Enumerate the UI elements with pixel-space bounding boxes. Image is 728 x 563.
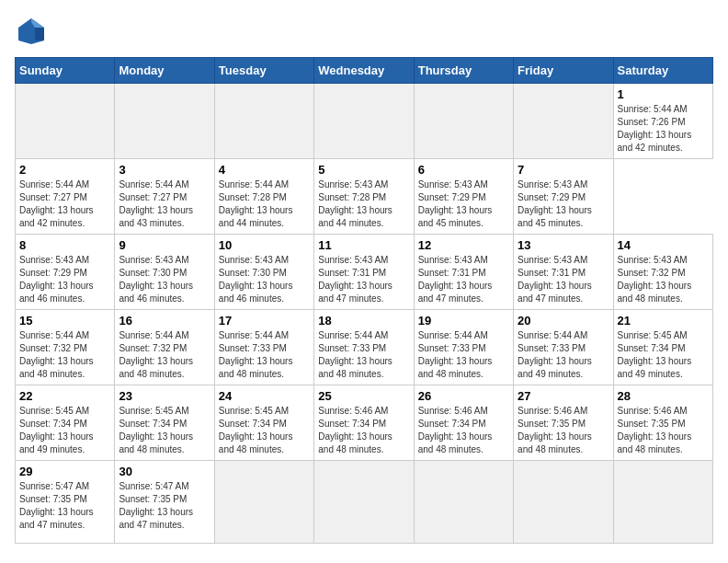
day-info: Sunrise: 5:43 AMSunset: 7:31 PMDaylight:… (418, 254, 509, 305)
day-number: 16 (119, 314, 210, 327)
week-row-3: 8Sunrise: 5:43 AMSunset: 7:29 PMDaylight… (16, 235, 713, 310)
day-cell: 30Sunrise: 5:47 AMSunset: 7:35 PMDayligh… (115, 461, 214, 544)
header-cell-tuesday: Tuesday (214, 58, 313, 84)
day-info: Sunrise: 5:44 AMSunset: 7:33 PMDaylight:… (219, 329, 310, 381)
day-cell: 18Sunrise: 5:44 AMSunset: 7:33 PMDayligh… (314, 310, 414, 385)
header-cell-sunday: Sunday (16, 58, 115, 84)
day-number: 21 (618, 314, 709, 327)
day-number: 17 (219, 314, 310, 327)
day-info: Sunrise: 5:45 AMSunset: 7:34 PMDaylight:… (19, 405, 110, 456)
day-info: Sunrise: 5:44 AMSunset: 7:26 PMDaylight:… (618, 103, 709, 155)
header-cell-saturday: Saturday (613, 58, 712, 84)
day-info: Sunrise: 5:44 AMSunset: 7:33 PMDaylight:… (418, 329, 509, 381)
day-cell: 2Sunrise: 5:44 AMSunset: 7:27 PMDaylight… (16, 159, 115, 235)
day-cell: 12Sunrise: 5:43 AMSunset: 7:31 PMDayligh… (414, 235, 513, 310)
day-number: 6 (418, 163, 509, 177)
day-cell: 5Sunrise: 5:43 AMSunset: 7:28 PMDaylight… (314, 159, 414, 235)
day-cell: 29Sunrise: 5:47 AMSunset: 7:35 PMDayligh… (16, 461, 115, 544)
header-cell-friday: Friday (514, 58, 613, 84)
day-cell (414, 84, 513, 159)
day-cell (314, 84, 414, 159)
day-number: 14 (618, 238, 709, 252)
day-cell (214, 461, 313, 544)
day-number: 22 (19, 389, 110, 403)
header-cell-wednesday: Wednesday (314, 58, 414, 84)
day-cell: 22Sunrise: 5:45 AMSunset: 7:34 PMDayligh… (16, 385, 115, 461)
day-number: 13 (518, 238, 609, 252)
day-info: Sunrise: 5:45 AMSunset: 7:34 PMDaylight:… (219, 405, 310, 456)
day-info: Sunrise: 5:44 AMSunset: 7:27 PMDaylight:… (19, 178, 110, 230)
day-number: 18 (318, 314, 409, 327)
day-info: Sunrise: 5:43 AMSunset: 7:31 PMDaylight:… (518, 254, 609, 305)
header (15, 15, 713, 48)
day-info: Sunrise: 5:43 AMSunset: 7:31 PMDaylight:… (318, 254, 409, 305)
day-number: 20 (518, 314, 609, 327)
day-number: 19 (418, 314, 509, 327)
day-number: 12 (418, 238, 509, 252)
day-info: Sunrise: 5:43 AMSunset: 7:29 PMDaylight:… (518, 178, 609, 230)
day-info: Sunrise: 5:43 AMSunset: 7:29 PMDaylight:… (19, 254, 110, 305)
day-number: 2 (19, 163, 110, 177)
week-row-4: 15Sunrise: 5:44 AMSunset: 7:32 PMDayligh… (16, 310, 713, 385)
day-number: 10 (219, 238, 310, 252)
day-number: 24 (219, 389, 310, 403)
day-cell: 13Sunrise: 5:43 AMSunset: 7:31 PMDayligh… (514, 235, 613, 310)
day-cell: 28Sunrise: 5:46 AMSunset: 7:35 PMDayligh… (613, 385, 712, 461)
week-row-1: 1Sunrise: 5:44 AMSunset: 7:26 PMDaylight… (16, 84, 713, 159)
day-number: 30 (119, 465, 210, 478)
day-number: 8 (19, 238, 110, 252)
day-info: Sunrise: 5:43 AMSunset: 7:30 PMDaylight:… (219, 254, 310, 305)
day-info: Sunrise: 5:43 AMSunset: 7:29 PMDaylight:… (418, 178, 509, 230)
day-info: Sunrise: 5:46 AMSunset: 7:35 PMDaylight:… (518, 405, 609, 456)
day-cell: 1Sunrise: 5:44 AMSunset: 7:26 PMDaylight… (613, 84, 712, 159)
day-number: 3 (119, 163, 210, 177)
header-row: SundayMondayTuesdayWednesdayThursdayFrid… (16, 58, 713, 84)
day-info: Sunrise: 5:44 AMSunset: 7:32 PMDaylight:… (19, 329, 110, 381)
day-info: Sunrise: 5:44 AMSunset: 7:28 PMDaylight:… (219, 178, 310, 230)
day-cell: 17Sunrise: 5:44 AMSunset: 7:33 PMDayligh… (214, 310, 313, 385)
day-info: Sunrise: 5:47 AMSunset: 7:35 PMDaylight:… (119, 480, 210, 532)
day-number: 11 (318, 238, 409, 252)
day-number: 27 (518, 389, 609, 403)
day-cell: 20Sunrise: 5:44 AMSunset: 7:33 PMDayligh… (514, 310, 613, 385)
day-info: Sunrise: 5:43 AMSunset: 7:30 PMDaylight:… (119, 254, 210, 305)
day-cell: 19Sunrise: 5:44 AMSunset: 7:33 PMDayligh… (414, 310, 513, 385)
day-cell: 6Sunrise: 5:43 AMSunset: 7:29 PMDaylight… (414, 159, 513, 235)
svg-marker-2 (35, 28, 44, 40)
day-cell (414, 461, 513, 544)
day-cell (115, 84, 214, 159)
day-cell: 21Sunrise: 5:45 AMSunset: 7:34 PMDayligh… (613, 310, 712, 385)
day-info: Sunrise: 5:44 AMSunset: 7:27 PMDaylight:… (119, 178, 210, 230)
day-cell (514, 461, 613, 544)
day-info: Sunrise: 5:44 AMSunset: 7:33 PMDaylight:… (518, 329, 609, 381)
day-cell: 4Sunrise: 5:44 AMSunset: 7:28 PMDaylight… (214, 159, 313, 235)
logo (15, 15, 53, 48)
day-cell (314, 461, 414, 544)
day-info: Sunrise: 5:43 AMSunset: 7:32 PMDaylight:… (618, 254, 709, 305)
day-info: Sunrise: 5:45 AMSunset: 7:34 PMDaylight:… (119, 405, 210, 456)
day-number: 28 (618, 389, 709, 403)
day-cell: 7Sunrise: 5:43 AMSunset: 7:29 PMDaylight… (514, 159, 613, 235)
day-info: Sunrise: 5:46 AMSunset: 7:34 PMDaylight:… (318, 405, 409, 456)
day-cell: 27Sunrise: 5:46 AMSunset: 7:35 PMDayligh… (514, 385, 613, 461)
day-info: Sunrise: 5:46 AMSunset: 7:35 PMDaylight:… (618, 405, 709, 456)
day-number: 1 (618, 87, 709, 101)
day-number: 23 (119, 389, 210, 403)
day-number: 7 (518, 163, 609, 177)
day-cell: 10Sunrise: 5:43 AMSunset: 7:30 PMDayligh… (214, 235, 313, 310)
header-cell-monday: Monday (115, 58, 214, 84)
day-cell: 8Sunrise: 5:43 AMSunset: 7:29 PMDaylight… (16, 235, 115, 310)
day-number: 9 (119, 238, 210, 252)
day-info: Sunrise: 5:44 AMSunset: 7:32 PMDaylight:… (119, 329, 210, 381)
day-cell: 26Sunrise: 5:46 AMSunset: 7:34 PMDayligh… (414, 385, 513, 461)
week-row-5: 22Sunrise: 5:45 AMSunset: 7:34 PMDayligh… (16, 385, 713, 461)
day-cell: 16Sunrise: 5:44 AMSunset: 7:32 PMDayligh… (115, 310, 214, 385)
week-row-2: 2Sunrise: 5:44 AMSunset: 7:27 PMDaylight… (16, 159, 713, 235)
day-info: Sunrise: 5:46 AMSunset: 7:34 PMDaylight:… (418, 405, 509, 456)
day-info: Sunrise: 5:43 AMSunset: 7:28 PMDaylight:… (318, 178, 409, 230)
week-row-6: 29Sunrise: 5:47 AMSunset: 7:35 PMDayligh… (16, 461, 713, 544)
day-cell: 24Sunrise: 5:45 AMSunset: 7:34 PMDayligh… (214, 385, 313, 461)
day-cell: 11Sunrise: 5:43 AMSunset: 7:31 PMDayligh… (314, 235, 414, 310)
day-number: 26 (418, 389, 509, 403)
day-info: Sunrise: 5:44 AMSunset: 7:33 PMDaylight:… (318, 329, 409, 381)
